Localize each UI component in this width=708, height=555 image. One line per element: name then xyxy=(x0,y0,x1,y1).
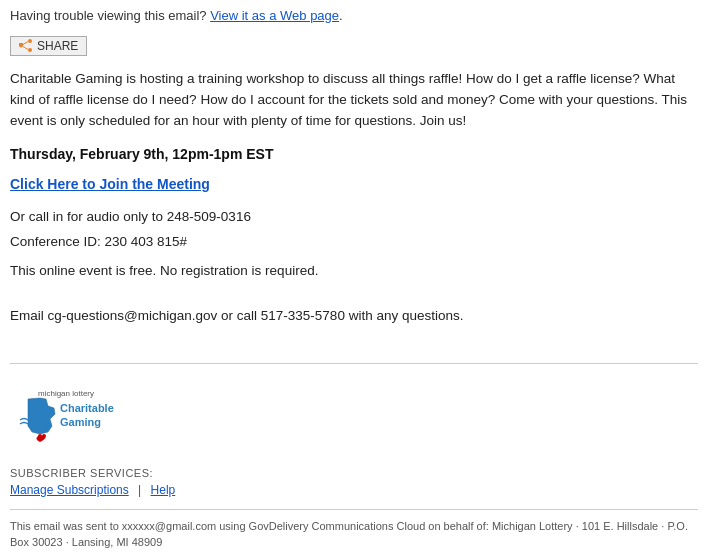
footer-section: michigan lottery Charitable Gaming SUBSC… xyxy=(0,374,708,555)
join-link-container: Click Here to Join the Meeting xyxy=(10,176,698,193)
legal-footer: This email was sent to xxxxxx@gmail.com … xyxy=(10,509,698,551)
svg-point-3 xyxy=(19,44,23,48)
svg-line-4 xyxy=(23,42,28,45)
email-contact-text: Email cg-questions@michigan.gov or call … xyxy=(10,298,698,323)
subscriber-links: Manage Subscriptions | Help xyxy=(10,483,698,497)
help-link[interactable]: Help xyxy=(151,483,176,497)
call-in-text: Or call in for audio only to 248-509-031… xyxy=(10,209,698,224)
divider xyxy=(10,363,698,364)
manage-subscriptions-link[interactable]: Manage Subscriptions xyxy=(10,483,129,497)
share-button[interactable]: SHARE xyxy=(10,36,87,56)
svg-point-1 xyxy=(28,39,32,43)
top-bar: Having trouble viewing this email? View … xyxy=(0,0,708,30)
svg-text:Gaming: Gaming xyxy=(60,416,101,428)
subscriber-services-label: SUBSCRIBER SERVICES: xyxy=(10,467,698,479)
svg-text:Charitable: Charitable xyxy=(60,402,114,414)
svg-text:michigan lottery: michigan lottery xyxy=(38,389,94,398)
view-as-webpage-link[interactable]: View it as a Web page xyxy=(210,8,339,23)
conference-id-text: Conference ID: 230 403 815# xyxy=(10,234,698,249)
charitable-gaming-logo: michigan lottery Charitable Gaming xyxy=(10,384,150,449)
main-content: Charitable Gaming is hosting a training … xyxy=(0,63,708,353)
event-date: Thursday, February 9th, 12pm-1pm EST xyxy=(10,146,698,162)
share-icon xyxy=(19,39,33,53)
link-separator: | xyxy=(138,483,141,497)
join-meeting-link[interactable]: Click Here to Join the Meeting xyxy=(10,176,210,192)
intro-paragraph: Charitable Gaming is hosting a training … xyxy=(10,69,698,132)
logo-area: michigan lottery Charitable Gaming xyxy=(10,384,698,453)
svg-line-5 xyxy=(23,47,28,50)
share-bar: SHARE xyxy=(0,30,708,63)
svg-point-2 xyxy=(28,48,32,52)
trouble-viewing-text: Having trouble viewing this email? View … xyxy=(10,8,343,23)
share-label: SHARE xyxy=(37,39,78,53)
free-event-text: This online event is free. No registrati… xyxy=(10,263,698,278)
